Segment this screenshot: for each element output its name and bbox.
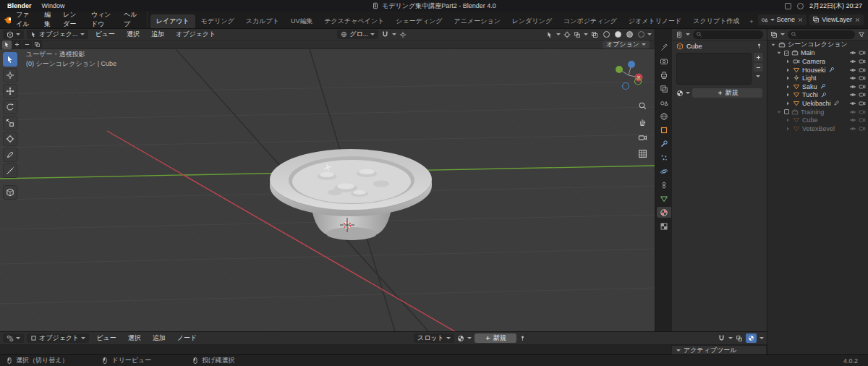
render-visibility-icon[interactable] — [859, 91, 866, 98]
tab-layout[interactable]: レイアウト — [150, 14, 195, 28]
expand-icon[interactable] — [770, 42, 776, 48]
ortho-grid-icon[interactable] — [638, 149, 647, 158]
add-slot-button[interactable] — [754, 53, 763, 61]
outliner-row-tuchi[interactable]: Tuchi — [767, 91, 868, 100]
tool-measure[interactable] — [3, 163, 17, 178]
render-visibility-icon[interactable] — [859, 67, 866, 74]
active-tool-panel-header[interactable]: アクティブツール — [671, 345, 767, 355]
selectability-icon[interactable] — [546, 31, 553, 38]
shader-menu-select[interactable]: 選択 — [124, 333, 145, 343]
viewport-menu-select[interactable]: 選択 — [122, 30, 144, 39]
render-visibility-icon[interactable] — [859, 116, 866, 124]
hide-eye-icon[interactable] — [849, 100, 856, 107]
tab-rendering[interactable]: レンダリング — [506, 14, 558, 28]
add-workspace-button[interactable]: + — [745, 14, 757, 28]
collection-checkbox-checked[interactable] — [784, 51, 789, 56]
properties-editor-icon[interactable] — [676, 31, 683, 38]
tab-tool[interactable] — [657, 42, 671, 53]
tab-compositing[interactable]: コンポジティング — [558, 14, 623, 28]
render-visibility-icon[interactable] — [859, 58, 866, 65]
browse-material-icon[interactable] — [457, 335, 464, 342]
viewlayer-selector[interactable]: ViewLayer — [809, 14, 864, 25]
properties-search-input[interactable] — [693, 30, 763, 39]
outliner-editor-icon[interactable] — [770, 31, 778, 38]
hide-eye-icon[interactable] — [849, 91, 856, 98]
slot-selector[interactable]: スロット — [414, 333, 454, 343]
shading-wireframe-button[interactable] — [603, 31, 610, 38]
tab-material[interactable] — [657, 207, 671, 218]
outliner-row-houseki[interactable]: Houseki — [767, 66, 868, 75]
hide-eye-icon[interactable] — [849, 67, 856, 74]
tab-particles[interactable] — [657, 152, 671, 163]
snap-chevron[interactable] — [728, 337, 733, 339]
expand-icon[interactable] — [785, 92, 791, 98]
hide-eye-icon[interactable] — [849, 116, 856, 124]
browse-material-icon[interactable] — [676, 90, 684, 97]
unlink-scene-icon[interactable] — [797, 17, 804, 23]
pin-icon[interactable] — [519, 335, 526, 341]
zoom-icon[interactable] — [638, 101, 647, 111]
modifier-icon[interactable] — [820, 83, 826, 90]
tool-scale[interactable] — [3, 116, 17, 130]
modifier-icon[interactable] — [820, 92, 827, 98]
snap-options-chevron[interactable] — [392, 33, 396, 35]
render-visibility-icon[interactable] — [859, 100, 866, 107]
shading-material-button[interactable] — [626, 31, 633, 38]
outliner-row-scene-collection[interactable]: シーンコレクション — [767, 41, 868, 49]
render-visibility-icon[interactable] — [859, 125, 866, 132]
blender-logo-icon[interactable] — [4, 14, 11, 25]
proportional-edit-icon[interactable] — [399, 31, 407, 38]
shader-menu-add[interactable]: 追加 — [148, 333, 170, 343]
tab-shading[interactable]: シェーディング — [390, 14, 448, 28]
hide-eye-icon[interactable] — [849, 125, 856, 132]
properties-breadcrumb[interactable]: Cube — [686, 43, 702, 50]
pot-object[interactable] — [270, 149, 432, 240]
menu-edit[interactable]: 編集 — [39, 10, 58, 29]
menu-window[interactable]: ウィンドウ — [86, 10, 119, 29]
tool-rotate[interactable] — [3, 100, 17, 114]
tab-modeling[interactable]: モデリング — [195, 14, 240, 28]
tool-cursor[interactable] — [3, 68, 17, 82]
outliner-search-input[interactable] — [788, 30, 855, 39]
tab-texture-paint[interactable]: テクスチャペイント — [318, 14, 390, 28]
tool-add-cube[interactable] — [3, 185, 17, 200]
outliner-row-saku[interactable]: Saku — [767, 82, 868, 91]
tab-world[interactable] — [657, 111, 671, 122]
menu-help[interactable]: ヘルプ — [119, 10, 142, 29]
filter-funnel-icon[interactable] — [858, 31, 865, 38]
overlays-chevron[interactable] — [584, 33, 588, 35]
visibility-chevron[interactable] — [556, 33, 561, 35]
tab-physics[interactable] — [657, 166, 671, 176]
viewport-3d[interactable]: オブジェク... ビュー 選択 追加 オブジェクト グロ... — [0, 29, 655, 331]
tab-scripting[interactable]: スクリプト作成 — [687, 14, 745, 28]
expand-icon[interactable] — [785, 126, 791, 132]
render-visibility-icon[interactable] — [859, 108, 866, 116]
expand-icon[interactable] — [785, 59, 791, 64]
tab-constraints[interactable] — [657, 179, 671, 190]
tab-view-layer[interactable] — [657, 83, 671, 94]
hide-eye-icon[interactable] — [849, 75, 856, 82]
viewport-menu-object[interactable]: オブジェクト — [171, 30, 220, 39]
tab-uv-editing[interactable]: UV編集 — [285, 14, 319, 28]
tool-transform[interactable] — [3, 132, 17, 146]
select-mode-set-button[interactable] — [2, 41, 12, 49]
shading-rendered-button[interactable] — [638, 31, 644, 38]
tab-output[interactable] — [657, 69, 671, 80]
render-visibility-icon[interactable] — [859, 49, 866, 56]
node-preview-toggle[interactable] — [746, 333, 757, 343]
options-button[interactable]: オプション — [603, 41, 650, 48]
editor-type-selector[interactable] — [3, 30, 24, 39]
modifier-icon[interactable] — [828, 67, 835, 73]
hide-eye-icon[interactable] — [849, 49, 856, 56]
tab-geometry-nodes[interactable]: ジオメトリノード — [623, 14, 687, 28]
select-mode-extend-button[interactable] — [12, 41, 22, 49]
tab-object-data[interactable] — [657, 193, 671, 204]
remove-slot-button[interactable] — [754, 63, 763, 72]
hide-eye-icon[interactable] — [849, 108, 856, 116]
tool-move[interactable] — [3, 84, 17, 98]
tab-sculpting[interactable]: スカルプト — [240, 14, 285, 28]
expand-icon[interactable] — [785, 117, 791, 123]
outliner-row-camera[interactable]: Camera — [767, 57, 868, 66]
render-visibility-icon[interactable] — [859, 83, 866, 90]
viewport-canvas[interactable]: ユーザー・透視投影 (0) シーンコレクション | Cube — [0, 49, 655, 331]
